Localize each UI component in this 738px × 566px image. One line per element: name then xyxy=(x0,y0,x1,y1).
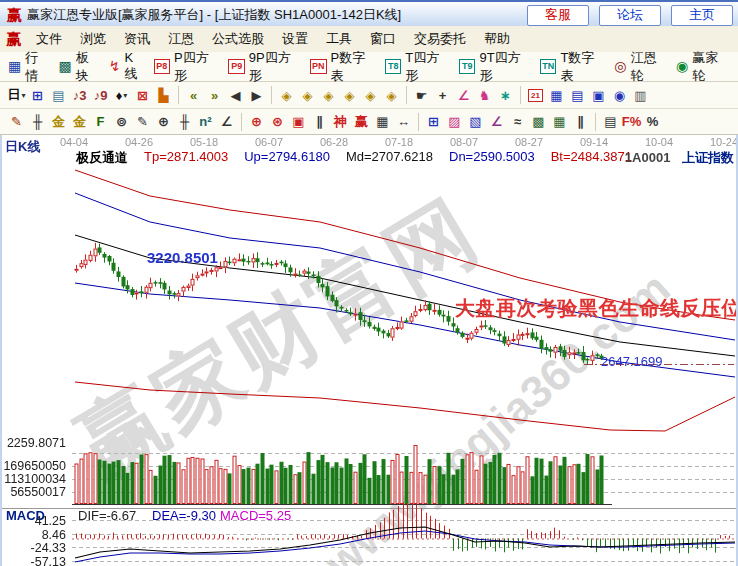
menu-item-窗口[interactable]: 窗口 xyxy=(361,27,405,51)
gold-grid-1-icon[interactable]: 金 xyxy=(48,112,69,132)
angle-tool-icon[interactable]: ∠ xyxy=(453,85,474,105)
bars-3-icon-glyph: ♪3 xyxy=(73,88,87,103)
macd-scale-label: -24.33 xyxy=(0,541,66,555)
date-tick: 06-07 xyxy=(255,136,283,148)
menu-item-公式选股[interactable]: 公式选股 xyxy=(203,27,273,51)
save-tool-icon[interactable]: ▣ xyxy=(588,85,609,105)
shen-tool-icon[interactable]: 神 xyxy=(330,112,351,132)
angle2-tool-icon[interactable]: ∠ xyxy=(216,112,237,132)
menu-item-资讯[interactable]: 资讯 xyxy=(115,27,159,51)
grid-big-icon[interactable]: ▩ xyxy=(528,112,549,132)
gann-wheel-button[interactable]: ◎江恩轮 xyxy=(614,49,667,85)
circle3-tool-icon[interactable]: ⊕ xyxy=(153,112,174,132)
p-square-button[interactable]: P8P四方形 xyxy=(154,49,220,85)
macd-hist-value: MACD=5.25 xyxy=(220,508,291,523)
stats-tool-icon[interactable]: ▤ xyxy=(600,112,621,132)
toolbar-separator xyxy=(418,113,419,131)
menu-item-交易委托[interactable]: 交易委托 xyxy=(405,27,475,51)
menu-item-设置[interactable]: 设置 xyxy=(273,27,317,51)
ying-tool-icon[interactable]: 赢 xyxy=(351,112,372,132)
shade-tool-icon[interactable]: ▧ xyxy=(465,112,486,132)
gann-target-icon[interactable]: ⊕ xyxy=(246,112,267,132)
knight-tool-icon[interactable]: ♞ xyxy=(474,85,495,105)
prev-bar-icon[interactable]: ◀ xyxy=(225,85,246,105)
percent-tool-icon[interactable]: % xyxy=(642,112,663,132)
diamond-left-icon[interactable]: ◈ xyxy=(276,85,297,105)
kline-button[interactable]: ↯K线 xyxy=(109,50,145,83)
menu-item-浏览[interactable]: 浏览 xyxy=(71,27,115,51)
t-table-button[interactable]: TNT数字表 xyxy=(540,49,605,85)
date-tick: 04-04 xyxy=(60,136,88,148)
sectors-button-icon: ▩ xyxy=(58,59,71,74)
save-tool-icon-glyph: ▣ xyxy=(592,88,604,103)
fan-tool-icon[interactable]: ▨ xyxy=(444,112,465,132)
candle-style-dropdown[interactable]: ♦▾ xyxy=(111,85,132,105)
first-page-icon[interactable]: « xyxy=(183,85,204,105)
parallel-tool-icon[interactable]: ∥ xyxy=(570,112,591,132)
diamond-expand-all-icon[interactable]: ◈ xyxy=(360,85,381,105)
next-bar-icon[interactable]: ▶ xyxy=(246,85,267,105)
pattern-tool-icon[interactable]: ∗ xyxy=(495,85,516,105)
next-bar-icon-glyph: ▶ xyxy=(252,88,262,103)
menu-item-江恩[interactable]: 江恩 xyxy=(159,27,203,51)
period-day-dropdown[interactable]: 日▾ xyxy=(6,85,27,105)
pen-tool-icon[interactable]: ✎ xyxy=(132,112,153,132)
calendar-tool-icon[interactable]: 21 xyxy=(525,85,546,105)
grid-big2-icon[interactable]: ▦ xyxy=(549,112,570,132)
p-table-button[interactable]: PNP数字表 xyxy=(310,49,376,85)
t-square-button[interactable]: T8T四方形 xyxy=(385,49,450,85)
brush-tool-icon[interactable]: ✎ xyxy=(6,112,27,132)
grid-tool-icon-glyph: ╫ xyxy=(33,114,42,129)
info-note-icon[interactable]: ▤ xyxy=(48,85,69,105)
crosshair-tool-icon[interactable]: + xyxy=(432,85,453,105)
parallel-tool-icon-glyph: ∥ xyxy=(577,114,584,129)
n2-tool-icon[interactable]: n² xyxy=(195,112,216,132)
diamond-expand-h-icon[interactable]: ◈ xyxy=(318,85,339,105)
grid-123-icon[interactable]: ▦ xyxy=(372,112,393,132)
gann-frame-icon[interactable]: ⊠ xyxy=(132,85,153,105)
homepage-button[interactable]: 主页 xyxy=(671,5,733,26)
diamond-full-icon[interactable]: ◈ xyxy=(381,85,402,105)
portfolio-tool-icon[interactable]: ▥ xyxy=(630,85,651,105)
width-tool-icon[interactable]: ↔ xyxy=(393,112,414,132)
square-target-icon[interactable]: ▣ xyxy=(288,112,309,132)
star-target-icon[interactable]: ⊛ xyxy=(267,112,288,132)
diamond-compress-icon[interactable]: ◈ xyxy=(339,85,360,105)
publish-tool-icon[interactable]: ◉ xyxy=(609,85,630,105)
k-mark-icon[interactable]: ∥ xyxy=(309,112,330,132)
hash-tool-icon[interactable]: ╫ xyxy=(174,112,195,132)
sectors-button[interactable]: ▩板块 xyxy=(58,49,99,85)
color-volume-icon[interactable]: ▙ xyxy=(153,85,174,105)
window-title: 赢家江恩专业版[赢家服务平台] - [上证指数 SH1A0001-142日K线] xyxy=(27,6,401,24)
grid-tool-icon[interactable]: ╫ xyxy=(27,112,48,132)
kline-canvas[interactable] xyxy=(0,135,738,566)
angle3-tool-icon[interactable]: ∠ xyxy=(486,112,507,132)
chart-area[interactable]: 赢家财富网 www.yingjia360.com QQ:100800360 04… xyxy=(0,135,738,566)
9t-square-button[interactable]: T99T四方形 xyxy=(459,49,531,85)
winner-wheel-button[interactable]: ◉赢家轮 xyxy=(676,49,729,85)
report-tool-icon[interactable]: ▤ xyxy=(567,85,588,105)
title-bar: 赢 赢家江恩专业版[赢家服务平台] - [上证指数 SH1A0001-142日K… xyxy=(0,0,738,29)
quotes-button[interactable]: ▦行情 xyxy=(8,49,49,85)
bars-3-icon[interactable]: ♪3 xyxy=(69,85,90,105)
menu-item-帮助[interactable]: 帮助 xyxy=(475,27,519,51)
f-grid-icon[interactable]: F xyxy=(90,112,111,132)
bars-9-icon[interactable]: ♪9 xyxy=(90,85,111,105)
customer-service-button[interactable]: 客服 xyxy=(527,5,589,26)
forum-button[interactable]: 论坛 xyxy=(599,5,661,26)
menu-item-文件[interactable]: 文件 xyxy=(27,27,71,51)
spiral-tool-icon[interactable]: ⊚ xyxy=(111,112,132,132)
hand-tool-icon[interactable]: ☛ xyxy=(411,85,432,105)
last-page-icon[interactable]: » xyxy=(204,85,225,105)
last-page-icon-glyph: » xyxy=(211,88,218,103)
gold-grid-2-icon[interactable]: 金 xyxy=(69,112,90,132)
window-layout-icon[interactable]: ⊞ xyxy=(27,85,48,105)
box-tool-icon[interactable]: ⊞ xyxy=(423,112,444,132)
wave-tool-icon[interactable]: ≈ xyxy=(507,112,528,132)
menu-item-工具[interactable]: 工具 xyxy=(317,27,361,51)
toolbar-separator xyxy=(595,113,596,131)
diamond-right-icon[interactable]: ◈ xyxy=(297,85,318,105)
percent-f-tool-icon[interactable]: F% xyxy=(621,112,642,132)
calculator-tool-icon[interactable]: ▦ xyxy=(546,85,567,105)
9p-square-button[interactable]: P99P四方形 xyxy=(228,49,301,85)
